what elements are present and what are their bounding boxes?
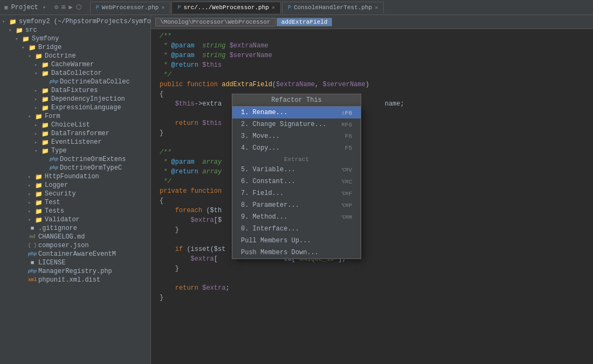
menu-label-method: 9. Method... [241,213,287,221]
line-content: $extra[$ => $serverName) { [157,215,593,225]
sidebar-item-httpfoundation[interactable]: ▸ 📁 HttpFoundation [0,172,150,181]
sidebar-label-eventlistener: EventListener [51,138,102,146]
sidebar-item-test[interactable]: ▸ 📁 Test [0,198,150,207]
breadcrumb-namespace[interactable]: \Monolog\Processor\WebProcessor [155,18,275,26]
menu-item-move[interactable]: 3. Move... F6 [232,130,361,142]
sidebar-item-security[interactable]: ▸ 📁 Security [0,190,150,198]
sidebar-item-form[interactable]: ▾ 📁 Form [0,112,150,121]
sidebar-item-managerregistry[interactable]: php ManagerRegistry.php [0,267,150,276]
sidebar-item-datafixtures[interactable]: ▸ 📁 DataFixtures [0,86,150,95]
folder-icon-test: 📁 [35,199,43,206]
gutter [151,128,157,138]
sidebar-item-containerawareevent[interactable]: php ContainerAwareEventM [0,250,150,258]
menu-item-parameter[interactable]: 8. Parameter... ⌥⌘P [232,199,361,211]
folder-icon-security: 📁 [35,190,43,198]
sidebar-item-cachewarmer[interactable]: ▸ 📁 CacheWarmer [0,60,150,69]
code-line [151,138,593,148]
tab-close-1[interactable]: ✕ [161,4,164,11]
tab-close-3[interactable]: ✕ [375,4,378,11]
menu-item-variable[interactable]: 5. Variable... ⌥⌘V [232,164,361,176]
code-line: { [151,196,593,206]
sidebar-item-doctrineormtypec[interactable]: php DoctrineOrmTypeC [0,164,150,172]
menu-shortcut-rename: ⇧F6 [341,109,352,116]
sidebar-item-symfony[interactable]: ▾ 📁 Symfony [0,34,150,43]
folder-icon-logger: 📁 [35,181,43,189]
gutter [151,235,157,244]
folder-icon-type: 📁 [41,147,50,155]
code-line: } [151,293,593,303]
run-icon[interactable]: ▶ [69,3,73,11]
menu-item-copy[interactable]: 4. Copy... F5 [232,142,361,154]
project-dropdown-icon[interactable]: ▾ [43,4,46,11]
gutter [151,186,157,196]
tab-webprocessor1[interactable]: P WebProcessor.php ✕ [90,2,171,13]
settings-icon[interactable]: ⚙ [54,3,58,11]
php-file-icon-doctrineormextens: php [50,156,58,163]
menu-item-field[interactable]: 7. Field... ⌥⌘F [232,187,361,199]
sidebar-item-datatransformer[interactable]: ▸ 📁 DataTransformer [0,129,150,138]
title-bar: ▣ Project ▾ ⚙ ⊞ ▶ ⬡ P WebProcessor.php ✕… [0,0,593,15]
sidebar-item-changelog[interactable]: md CHANGELOG.md [0,233,150,241]
sidebar-item-eventlistener[interactable]: ▸ 📁 EventListener [0,138,150,146]
line-content: public function addExtraField($extraName… [157,80,593,89]
menu-item-pull-members[interactable]: Pull Members Up... [232,235,361,247]
sidebar-label-containerawareevent: ContainerAwareEventM [38,250,116,258]
arrow-datacollector: ▾ [35,71,41,76]
folder-icon-src: 📁 [15,26,24,34]
line-content: { [157,89,593,99]
sidebar-item-validator[interactable]: ▾ 📁 Validator [0,215,150,224]
sidebar-label-changelog: CHANGELOG.md [38,233,85,241]
sidebar-item-phpunit[interactable]: xml phpunit.xml.dist [0,276,150,284]
sidebar-label-dependencyinjection: DependencyInjection [51,95,125,103]
menu-item-constant[interactable]: 6. Constant... ⌥⌘C [232,176,361,187]
sidebar-label-validator: Validator [45,216,80,223]
build-icon[interactable]: ⊞ [61,3,65,11]
tab-close-2[interactable]: ✕ [272,4,275,11]
menu-item-change-sig[interactable]: 2. Change Signature... ⌘F6 [232,118,361,130]
menu-shortcut-parameter: ⌥⌘P [341,202,352,209]
menu-item-interface[interactable]: 0. Interface... [232,223,361,235]
sidebar-label-cachewarmer: CacheWarmer [51,61,94,68]
breadcrumb-method[interactable]: addExtraField [277,18,333,26]
sidebar-item-type[interactable]: ▾ 📁 Type [0,146,150,155]
sidebar-item-dependencyinjection[interactable]: ▸ 📁 DependencyInjection [0,95,150,103]
menu-label-move: 3. Move... [241,132,280,140]
sidebar-item-choicelist[interactable]: ▸ 📁 ChoiceList [0,121,150,129]
menu-label-constant: 6. Constant... [241,178,295,185]
gutter [151,41,157,51]
menu-item-push-members[interactable]: Push Members Down... [232,247,361,258]
gutter [151,99,157,109]
sidebar-item-tests[interactable]: ▸ 📁 Tests [0,207,150,215]
sidebar-item-datacollector[interactable]: ▾ 📁 DataCollector [0,69,150,78]
sidebar-item-doctrine[interactable]: ▾ 📁 Doctrine [0,52,150,60]
tab-consolehandlertest[interactable]: P ConsoleHandlerTest.php ✕ [282,2,384,13]
sidebar-item-doctrinedatacollec[interactable]: php DoctrineDataCollec [0,78,150,86]
debug-icon[interactable]: ⬡ [76,3,81,11]
sidebar-item-expressionlanguage[interactable]: ▸ 📁 ExpressionLanguage [0,103,150,112]
tab-webprocessor2[interactable]: P src/.../WebProcessor.php ✕ [171,2,280,13]
sidebar-label-choicelist: ChoiceList [51,121,90,129]
menu-item-rename[interactable]: 1. Rename... ⇧F6 [232,107,361,118]
editor-area[interactable]: /** * @param string $extraName * @param … [151,29,593,364]
menu-label-rename: 1. Rename... [241,109,287,116]
menu-item-method[interactable]: 9. Method... ⌥⌘M [232,211,361,223]
sidebar-item-license[interactable]: ■ LICENSE [0,258,150,267]
sidebar-item-gitignore[interactable]: ■ .gitignore [0,224,150,233]
code-line: foreach ($th ra) [151,206,593,215]
arrow-tests: ▸ [28,208,35,214]
line-content [157,109,593,118]
file-icon-license: ■ [28,259,37,267]
sidebar-item-logger[interactable]: ▸ 📁 Logger [0,181,150,190]
sidebar: ▾ 📁 symfony2 (~/PhpstormProjects/symfo ▾… [0,15,151,364]
gutter [151,80,157,89]
sidebar-item-bridge[interactable]: ▾ 📁 Bridge [0,43,150,52]
code-line: public function addExtraField($extraName… [151,80,593,89]
code-line: */ [151,70,593,80]
sidebar-item-doctrineormextens[interactable]: php DoctrineOrmExtens [0,155,150,164]
line-content: */ [157,177,593,186]
sidebar-item-src[interactable]: ▾ 📁 src [0,26,150,34]
breadcrumb-bar: \Monolog\Processor\WebProcessor addExtra… [151,15,593,29]
sidebar-item-composer[interactable]: { } composer.json [0,241,150,250]
gutter [151,167,157,177]
sidebar-item-symfony2[interactable]: ▾ 📁 symfony2 (~/PhpstormProjects/symfo [0,17,150,26]
